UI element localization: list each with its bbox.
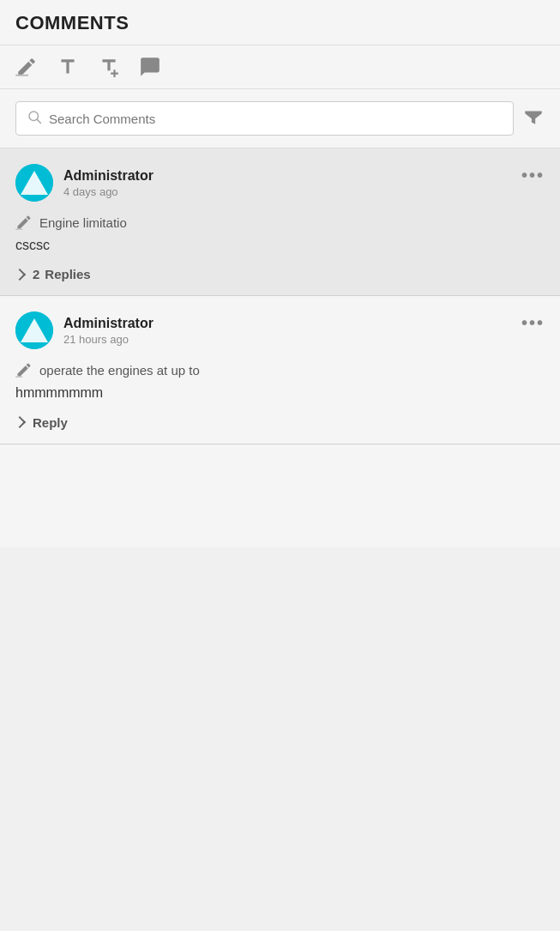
replies-toggle[interactable]: 2 Replies	[15, 267, 545, 281]
pencil-reference-icon	[15, 214, 33, 231]
comment-tool-icon[interactable]	[139, 56, 161, 78]
more-menu-button[interactable]: •••	[521, 311, 545, 333]
comment-card: Administrator 21 hours ago ••• operate t…	[0, 296, 560, 444]
text-tool-icon[interactable]	[57, 56, 79, 78]
timestamp: 21 hours ago	[63, 333, 154, 346]
reply-toggle[interactable]: Reply	[15, 415, 545, 430]
page-title: COMMENTS	[15, 12, 129, 33]
pencil-reference-icon	[15, 361, 33, 378]
comments-header: COMMENTS	[0, 0, 560, 45]
svg-rect-8	[15, 377, 22, 378]
text-add-tool-icon[interactable]	[98, 56, 120, 78]
comment-text: hmmmmmmm	[15, 384, 545, 402]
timestamp: 4 days ago	[63, 185, 154, 198]
svg-rect-0	[15, 75, 28, 76]
search-input[interactable]	[49, 112, 503, 126]
reference-text: operate the engines at up to	[39, 363, 200, 378]
comment-reference: operate the engines at up to	[15, 361, 545, 378]
replies-count: 2	[33, 267, 39, 281]
search-wrapper[interactable]	[15, 101, 514, 136]
comment-header: Administrator 21 hours ago •••	[15, 311, 545, 349]
avatar	[15, 164, 53, 202]
user-info: Administrator 4 days ago	[63, 168, 154, 198]
comment-user: Administrator 21 hours ago	[15, 311, 154, 349]
reference-text: Engine limitatio	[39, 215, 127, 230]
filter-icon[interactable]	[522, 106, 545, 132]
chevron-right-icon	[14, 269, 26, 281]
comment-user: Administrator 4 days ago	[15, 164, 154, 202]
chevron-right-icon	[14, 416, 26, 428]
more-menu-button[interactable]: •••	[521, 164, 545, 185]
svg-rect-5	[15, 229, 22, 230]
toolbar	[0, 45, 560, 89]
comment-card: Administrator 4 days ago ••• Engine limi…	[0, 148, 560, 296]
reply-label: Reply	[33, 415, 68, 430]
comment-text: cscsc	[15, 236, 545, 255]
username: Administrator	[63, 316, 154, 331]
replies-label: Replies	[45, 267, 90, 281]
comment-reference: Engine limitatio	[15, 214, 545, 231]
comment-header: Administrator 4 days ago •••	[15, 164, 545, 202]
search-icon	[27, 109, 42, 128]
user-info: Administrator 21 hours ago	[63, 316, 154, 346]
svg-line-2	[37, 119, 40, 123]
avatar	[15, 311, 53, 349]
username: Administrator	[63, 168, 154, 184]
pencil-tool-icon[interactable]	[15, 56, 38, 78]
bottom-area	[0, 444, 560, 547]
search-container	[0, 89, 560, 148]
